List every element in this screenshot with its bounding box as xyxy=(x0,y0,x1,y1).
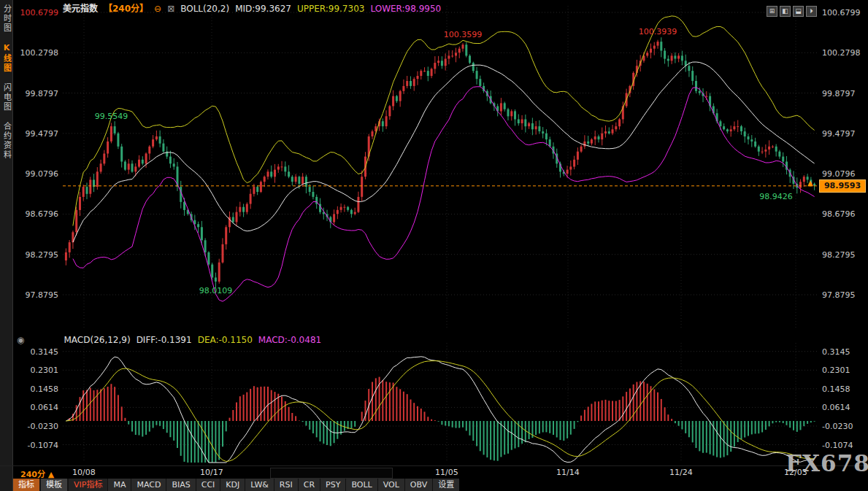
last-price-tag: 98.9593 xyxy=(819,179,866,193)
price-annotation: 100.3939 xyxy=(639,27,677,36)
indicator-button-cr[interactable]: CR xyxy=(298,479,320,491)
x-axis-row: 240分 ▲ 10/0810/1711/0511/1411/2412/03 xyxy=(0,465,868,479)
x-axis-date: 11/24 xyxy=(669,468,693,477)
macd-tick-left: -0.0230 xyxy=(28,422,58,431)
indicator-button-kdj[interactable]: KDJ xyxy=(220,479,245,491)
indicator-button-lw[interactable]: LW& xyxy=(245,479,274,491)
price-tick-right: 99.0796 xyxy=(822,169,856,179)
grid-layout-icon[interactable]: ⊞ xyxy=(767,6,777,17)
price-tick-left: 98.6796 xyxy=(26,209,59,219)
price-tick-right: 99.4797 xyxy=(822,129,856,139)
price-tick-left: 99.8797 xyxy=(26,89,59,98)
macd-tick-left: 0.2301 xyxy=(31,366,59,375)
indicator-button-rsi[interactable]: RSI xyxy=(274,479,298,491)
watermark: FX678 xyxy=(786,450,868,476)
toolbar-tab-vip-indicators[interactable]: VIP指标 xyxy=(69,479,107,491)
pane-marker-icon[interactable]: ◉ xyxy=(17,335,24,345)
boll-lower-line xyxy=(73,87,815,301)
bottom-toolbar: 指标模板VIP指标MAMACDBIASCCIKDJLW&RSICRPSYBOLL… xyxy=(13,479,459,491)
macd-tick-left: 0.1458 xyxy=(31,384,59,394)
price-tick-left: 98.2795 xyxy=(26,250,59,260)
indicator-button-boll[interactable]: BOLL xyxy=(345,479,377,491)
sidebar-item-flash-chart[interactable]: 闪电图 xyxy=(1,83,12,112)
price-tick-left: 100.2798 xyxy=(20,48,59,58)
settings-button[interactable]: 设置 xyxy=(432,479,459,491)
price-tick-left: 97.8795 xyxy=(26,290,59,300)
candlestick-chart[interactable]: 99.5549100.3599100.393998.010998.9426100… xyxy=(0,0,868,479)
price-tick-right: 100.2798 xyxy=(822,48,861,58)
x-axis-date: 11/05 xyxy=(435,468,458,477)
boll-mid-value: MID:99.3627 xyxy=(235,4,291,14)
boll-upper-line xyxy=(73,16,815,226)
price-tick-right: 97.8795 xyxy=(822,290,856,300)
left-sidebar: 分时图K线图闪电图合约资料 xyxy=(0,0,13,491)
price-annotations: 99.5549100.3599100.393998.010998.9426 xyxy=(95,27,793,295)
chart-header: 美元指数 【240分】 ⊖ ⊠ BOLL(20,2) MID:99.3627 U… xyxy=(63,4,441,14)
sidebar-item-time-chart[interactable]: 分时图 xyxy=(1,4,12,33)
macd-diff-line xyxy=(66,357,814,463)
macd-diff-value: DIFF:-0.1391 xyxy=(137,335,192,345)
macd-tick-right: 0.0614 xyxy=(822,403,850,412)
x-axis-date: 10/08 xyxy=(72,468,96,477)
sidebar-item-contract-info[interactable]: 合约资料 xyxy=(1,122,12,160)
price-up-arrow-icon: ▲ xyxy=(807,179,813,187)
price-tick-right: 98.2795 xyxy=(822,250,856,260)
macd-tick-right: -0.1074 xyxy=(822,441,853,450)
price-annotation: 100.3599 xyxy=(444,30,483,39)
h-scrollbar-thumb[interactable] xyxy=(270,468,393,479)
indicator-button-bias[interactable]: BIAS xyxy=(166,479,195,491)
indicator-button-vol[interactable]: VOL xyxy=(377,479,404,491)
last-price-value: 98.9593 xyxy=(824,181,861,190)
macd-tick-left: 0.0614 xyxy=(31,403,59,412)
macd-tick-right: 0.3145 xyxy=(822,347,850,357)
macd-header: ◉ MACD(26,12,9) DIFF:-0.1391 DEA:-0.1150… xyxy=(17,335,321,345)
macd-macd-value: MACD:-0.0481 xyxy=(258,335,321,345)
period-label: 【240分】 xyxy=(104,4,148,14)
macd-title: MACD(26,12,9) xyxy=(64,335,130,345)
price-tick-left: 100.6799 xyxy=(20,8,59,18)
price-tick-right: 98.6796 xyxy=(822,209,856,219)
macd-tick-left: -0.1074 xyxy=(28,441,58,450)
axis-labels: 100.6799100.6799100.2798100.279899.87979… xyxy=(20,8,861,450)
macd-tick-right: 0.2301 xyxy=(822,366,850,375)
price-tick-left: 99.4797 xyxy=(26,129,59,139)
timeframe-selector[interactable]: 240分 ▲ xyxy=(20,468,54,479)
price-tick-right: 100.6799 xyxy=(822,8,861,18)
indicator-button-macd[interactable]: MACD xyxy=(131,479,166,491)
price-annotation: 98.9426 xyxy=(759,192,793,201)
macd-tick-right: -0.0230 xyxy=(822,422,853,431)
symbol-title: 美元指数 xyxy=(63,4,98,14)
toolbar-tab-indicators[interactable]: 指标 xyxy=(13,479,39,491)
sidebar-item-kline-chart[interactable]: K线图 xyxy=(1,43,12,73)
indicator-button-cci[interactable]: CCI xyxy=(196,479,220,491)
boll-upper-value: UPPER:99.7303 xyxy=(297,4,364,14)
panel-bottom-icon[interactable]: ⬓ xyxy=(793,6,804,17)
price-tick-right: 99.8797 xyxy=(822,89,856,98)
grid-lines xyxy=(63,6,818,463)
boll-lower-value: LOWER:98.9950 xyxy=(370,4,441,14)
collapse-indicator-icon[interactable]: ⊖ xyxy=(154,4,161,14)
boll-toggle-icon[interactable]: ⊠ xyxy=(167,4,174,14)
indicator-button-ma[interactable]: MA xyxy=(107,479,131,491)
panel-left-icon[interactable]: ◧ xyxy=(780,6,791,17)
window-controls: ⊞◧⬓⏵ xyxy=(764,2,817,17)
price-annotation: 99.5549 xyxy=(95,112,128,121)
forward-icon[interactable]: ⏵ xyxy=(806,6,817,17)
indicator-button-obv[interactable]: OBV xyxy=(404,479,432,491)
price-annotation: 98.0109 xyxy=(199,286,233,295)
x-axis-date: 10/17 xyxy=(200,468,223,477)
indicator-button-psy[interactable]: PSY xyxy=(320,479,345,491)
boll-label: BOLL(20,2) xyxy=(180,4,229,14)
macd-tick-left: 0.3145 xyxy=(31,347,59,357)
candles xyxy=(65,37,815,288)
macd-histogram xyxy=(69,377,814,463)
price-tick-left: 99.0796 xyxy=(26,169,59,179)
macd-tick-right: 0.1458 xyxy=(822,384,850,394)
macd-dea-value: DEA:-0.1150 xyxy=(198,335,253,345)
x-axis-date: 11/14 xyxy=(556,468,580,477)
toolbar-tab-templates[interactable]: 模板 xyxy=(41,479,67,491)
trading-terminal: 99.5549100.3599100.393998.010998.9426100… xyxy=(0,0,868,491)
macd-dea-line xyxy=(66,361,814,462)
